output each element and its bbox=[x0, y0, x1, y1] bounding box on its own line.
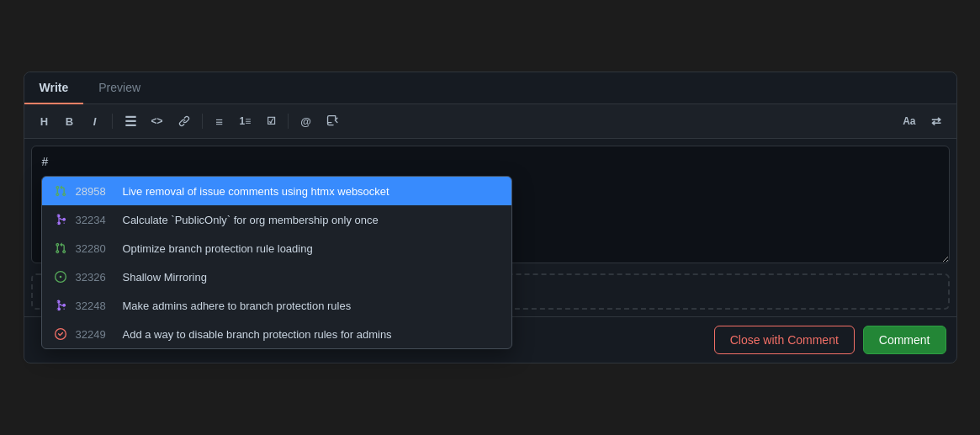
ref-button[interactable] bbox=[321, 111, 343, 131]
editor-container: Write Preview H B I ☰ <> ≡ 1≡ ☑ @ Aa ⇄ bbox=[24, 72, 957, 363]
editor-wrapper: # 28958 Live removal of issue comments u… bbox=[24, 139, 956, 273]
autocomplete-item-32326[interactable]: 32326 Shallow Mirroring bbox=[42, 263, 511, 291]
item-title-32249: Add a way to disable branch protection r… bbox=[123, 328, 392, 341]
editor-toolbar: H B I ☰ <> ≡ 1≡ ☑ @ Aa ⇄ bbox=[24, 104, 956, 139]
code-button[interactable]: <> bbox=[146, 111, 168, 131]
tasklist-button[interactable]: ☰ bbox=[119, 111, 141, 131]
autocomplete-dropdown: 28958 Live removal of issue comments usi… bbox=[41, 176, 512, 349]
item-title-32326: Shallow Mirroring bbox=[123, 271, 207, 284]
pr-open-icon-2 bbox=[54, 241, 67, 255]
editor-tabs: Write Preview bbox=[24, 72, 956, 104]
item-number-32249: 32249 bbox=[76, 328, 114, 341]
close-with-comment-button[interactable]: Close with Comment bbox=[714, 326, 855, 354]
checklist-button[interactable]: ☑ bbox=[261, 111, 281, 131]
fullscreen-button[interactable]: ⇄ bbox=[926, 111, 946, 131]
font-size-button[interactable]: Aa bbox=[898, 111, 920, 131]
pr-merged-icon bbox=[54, 213, 67, 226]
item-title-32280: Optimize branch protection rule loading bbox=[123, 242, 313, 255]
item-number-32234: 32234 bbox=[76, 214, 114, 226]
autocomplete-item-32234[interactable]: 32234 Calculate `PublicOnly` for org mem… bbox=[42, 205, 511, 234]
item-number-32248: 32248 bbox=[76, 300, 114, 312]
item-title-32234: Calculate `PublicOnly` for org membershi… bbox=[123, 214, 379, 226]
pr-merged-icon-2 bbox=[54, 299, 67, 312]
item-title-32248: Make admins adhere to branch protection … bbox=[123, 300, 352, 312]
item-number-28958: 28958 bbox=[76, 185, 114, 198]
mention-button[interactable]: @ bbox=[295, 111, 316, 131]
toolbar-sep-1 bbox=[112, 114, 113, 129]
issue-closed-icon bbox=[54, 327, 67, 341]
italic-button[interactable]: I bbox=[85, 111, 105, 131]
comment-button[interactable]: Comment bbox=[863, 326, 946, 354]
issue-open-icon bbox=[54, 270, 67, 284]
item-number-32326: 32326 bbox=[76, 271, 114, 284]
toolbar-sep-3 bbox=[288, 114, 289, 129]
autocomplete-item-32280[interactable]: 32280 Optimize branch protection rule lo… bbox=[42, 234, 511, 263]
toolbar-sep-2 bbox=[202, 114, 203, 129]
tab-preview[interactable]: Preview bbox=[83, 72, 156, 104]
heading-button[interactable]: H bbox=[34, 111, 55, 131]
autocomplete-item-32249[interactable]: 32249 Add a way to disable branch protec… bbox=[42, 320, 511, 348]
autocomplete-item-32248[interactable]: 32248 Make admins adhere to branch prote… bbox=[42, 291, 511, 320]
bold-button[interactable]: B bbox=[60, 111, 80, 131]
pr-open-icon bbox=[54, 184, 67, 198]
unordered-list-button[interactable]: ≡ bbox=[209, 111, 230, 131]
link-button[interactable] bbox=[173, 111, 195, 131]
ordered-list-button[interactable]: 1≡ bbox=[235, 111, 257, 131]
tab-write[interactable]: Write bbox=[24, 72, 84, 104]
item-title-28958: Live removal of issue comments using htm… bbox=[123, 185, 389, 198]
autocomplete-item-28958[interactable]: 28958 Live removal of issue comments usi… bbox=[42, 177, 511, 205]
item-number-32280: 32280 bbox=[76, 242, 114, 255]
